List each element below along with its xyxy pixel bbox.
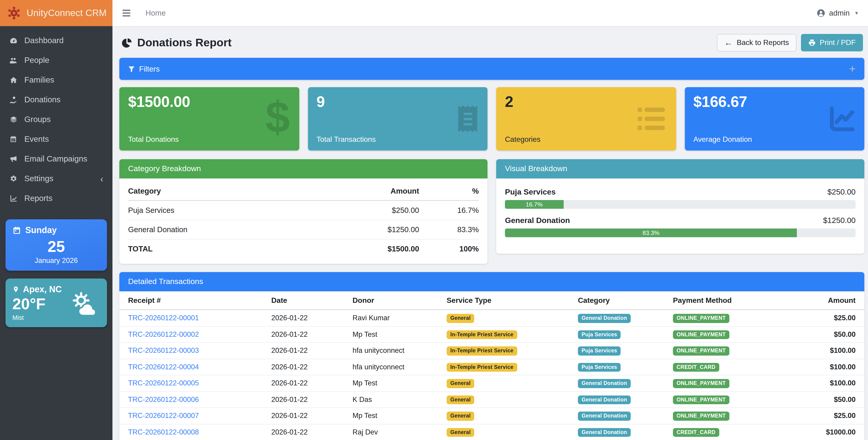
category-breakdown-table: Category Amount % Puja Services $250.00 … bbox=[128, 181, 479, 258]
stat-card-total-donations: $1500.00 Total Donations $ bbox=[119, 87, 299, 151]
col-header-receipt: Receipt # bbox=[119, 291, 267, 310]
visual-breakdown-title: Visual Breakdown bbox=[496, 159, 864, 179]
filters-label: Filters bbox=[139, 64, 160, 73]
funnel-icon bbox=[128, 65, 135, 72]
col-header-amount: Amount bbox=[781, 291, 864, 310]
visual-breakdown-card: Visual Breakdown Puja Services $250.00 1… bbox=[496, 159, 864, 254]
category-badge: Puja Services bbox=[578, 363, 621, 372]
weather-card: Apex, NC 20°F Mist bbox=[5, 278, 107, 327]
list-icon bbox=[637, 107, 667, 131]
service-type-badge: General bbox=[446, 395, 474, 404]
back-to-reports-button[interactable]: ← Back to Reports bbox=[717, 34, 796, 52]
receipt-link[interactable]: TRC-20260122-00008 bbox=[128, 428, 199, 436]
receipt-link[interactable]: TRC-20260122-00004 bbox=[128, 363, 199, 371]
calendar-icon bbox=[12, 226, 21, 235]
page-title: Donations Report bbox=[137, 36, 231, 49]
stat-card-total-transactions: 9 Total Transactions bbox=[308, 87, 488, 151]
dollar-icon: $ bbox=[265, 97, 290, 137]
sidebar-item-label: Groups bbox=[24, 115, 51, 124]
receipt-link[interactable]: TRC-20260122-00003 bbox=[128, 347, 199, 354]
app-root: UnityConnect CRM Dashboard People Famili… bbox=[0, 0, 868, 440]
service-type-badge: In-Temple Priest Service bbox=[446, 346, 517, 355]
sidebar-item-events[interactable]: Events bbox=[4, 129, 109, 149]
sidebar-item-email-campaigns[interactable]: Email Campaigns bbox=[4, 149, 109, 169]
content-area: Donations Report ← Back to Reports Print… bbox=[113, 27, 868, 440]
sidebar-item-donations[interactable]: Donations bbox=[4, 90, 109, 109]
sidebar-menu: Dashboard People Families Donations Grou… bbox=[0, 26, 113, 208]
payment-method-badge: CREDIT_CARD bbox=[673, 363, 719, 372]
receipt-link[interactable]: TRC-20260122-00005 bbox=[128, 379, 199, 387]
transaction-row: TRC-20260122-00008 2026-01-22 Raj Dev Ge… bbox=[119, 424, 864, 440]
transaction-row: TRC-20260122-00001 2026-01-22 Ravi Kumar… bbox=[119, 310, 864, 326]
col-header-category: Category bbox=[573, 291, 668, 310]
menu-toggle-icon[interactable] bbox=[122, 8, 131, 18]
col-header-amount: Amount bbox=[314, 181, 419, 200]
col-header-category: Category bbox=[128, 181, 314, 200]
top-navbar: Home admin ▼ bbox=[113, 0, 868, 27]
filters-header[interactable]: Filters + bbox=[119, 58, 864, 80]
detailed-transactions-title: Detailed Transactions bbox=[119, 272, 864, 291]
map-pin-icon bbox=[12, 285, 19, 293]
brand[interactable]: UnityConnect CRM bbox=[0, 0, 113, 26]
date-weekday: Sunday bbox=[25, 225, 57, 235]
brand-title: UnityConnect CRM bbox=[27, 8, 107, 18]
stat-label: Average Donation bbox=[693, 135, 856, 145]
receipt-link[interactable]: TRC-20260122-00001 bbox=[128, 314, 199, 322]
sidebar-item-label: Settings bbox=[24, 174, 53, 184]
home-icon bbox=[8, 76, 19, 84]
transaction-row: TRC-20260122-00005 2026-01-22 Mp Test Ge… bbox=[119, 375, 864, 391]
chart-line-icon bbox=[8, 194, 19, 202]
sidebar-item-label: Reports bbox=[24, 194, 53, 203]
table-total-row: TOTAL $1500.00 100% bbox=[128, 239, 479, 258]
sidebar-item-label: People bbox=[24, 56, 49, 65]
sidebar-item-reports[interactable]: Reports bbox=[4, 189, 109, 208]
arrow-left-icon: ← bbox=[724, 38, 733, 47]
progress-bar: 83.3% bbox=[505, 228, 856, 237]
home-link[interactable]: Home bbox=[146, 9, 166, 18]
payment-method-badge: ONLINE_PAYMENT bbox=[673, 395, 730, 404]
sidebar-item-families[interactable]: Families bbox=[4, 70, 109, 90]
expand-plus-icon[interactable]: + bbox=[849, 63, 856, 74]
gear-icon bbox=[8, 175, 19, 183]
main-column: Home admin ▼ Donations Report ← Back to … bbox=[113, 0, 868, 440]
receipt-link[interactable]: TRC-20260122-00002 bbox=[128, 331, 199, 338]
sun-cloud-icon bbox=[67, 291, 100, 317]
sidebar-item-label: Events bbox=[24, 134, 49, 144]
payment-method-badge: CREDIT_CARD bbox=[673, 428, 719, 437]
stat-label: Total Transactions bbox=[316, 135, 479, 145]
progress-bar: 16.7% bbox=[505, 200, 856, 209]
service-type-badge: General bbox=[446, 314, 474, 323]
sidebar-item-people[interactable]: People bbox=[4, 51, 109, 70]
layers-icon bbox=[8, 116, 19, 123]
col-header-service: Service Type bbox=[442, 291, 573, 310]
receipt-link[interactable]: TRC-20260122-00007 bbox=[128, 412, 199, 419]
category-badge: Puja Services bbox=[578, 330, 621, 339]
category-badge: General Donation bbox=[578, 314, 631, 323]
chevron-left-icon: ‹ bbox=[100, 174, 105, 183]
printer-icon bbox=[808, 39, 816, 46]
date-month-year: January 2026 bbox=[12, 256, 100, 264]
sidebar-item-label: Email Campaigns bbox=[24, 154, 87, 164]
date-day: 25 bbox=[12, 239, 100, 255]
unityconnect-logo-icon bbox=[6, 5, 22, 21]
receipt-link[interactable]: TRC-20260122-00006 bbox=[128, 396, 199, 403]
sidebar-item-dashboard[interactable]: Dashboard bbox=[4, 31, 109, 51]
sidebar-item-groups[interactable]: Groups bbox=[4, 109, 109, 129]
transaction-row: TRC-20260122-00004 2026-01-22 hfa unityc… bbox=[119, 359, 864, 375]
stat-value: 9 bbox=[316, 93, 479, 111]
transaction-row: TRC-20260122-00002 2026-01-22 Mp Test In… bbox=[119, 326, 864, 343]
transaction-row: TRC-20260122-00007 2026-01-22 Mp Test Ge… bbox=[119, 408, 864, 424]
category-badge: General Donation bbox=[578, 412, 631, 420]
payment-method-badge: ONLINE_PAYMENT bbox=[673, 330, 730, 339]
user-menu[interactable]: admin ▼ bbox=[816, 9, 859, 18]
category-badge: General Donation bbox=[578, 428, 631, 437]
sidebar-item-settings[interactable]: Settings ‹ bbox=[4, 169, 109, 189]
print-pdf-button[interactable]: Print / PDF bbox=[801, 34, 863, 52]
sidebar-item-label: Dashboard bbox=[24, 36, 64, 45]
username: admin bbox=[829, 9, 850, 18]
page-header: Donations Report ← Back to Reports Print… bbox=[121, 34, 863, 52]
col-header-payment: Payment Method bbox=[668, 291, 781, 310]
bar-label-row: Puja Services $250.00 bbox=[505, 188, 856, 197]
category-breakdown-title: Category Breakdown bbox=[119, 159, 488, 179]
transactions-table: Receipt # Date Donor Service Type Catego… bbox=[119, 291, 864, 440]
